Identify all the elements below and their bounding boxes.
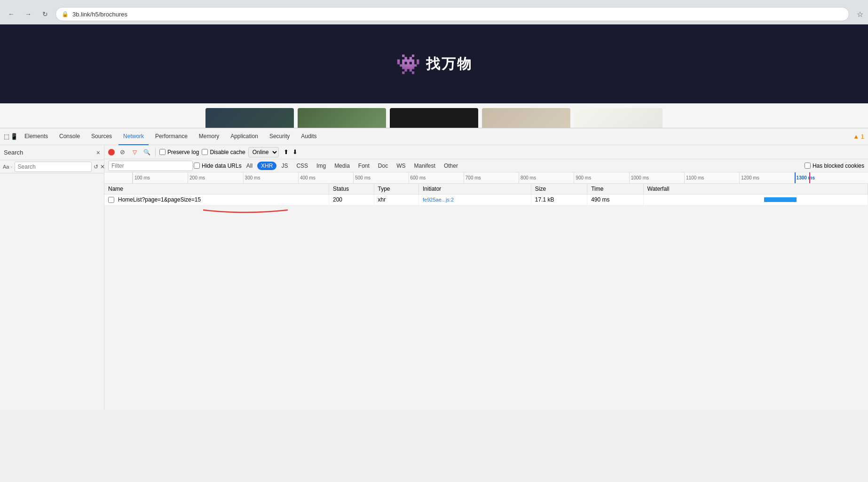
lock-icon: 🔒	[62, 11, 69, 17]
back-button[interactable]: ←	[5, 8, 18, 21]
filter-input[interactable]	[108, 161, 193, 171]
col-type: Type	[374, 184, 419, 194]
network-table: Name Status Type Initiator Size Time Wat…	[104, 184, 868, 205]
annotation-arrow	[201, 206, 868, 218]
tab-sources[interactable]: Sources	[87, 128, 117, 145]
address-bar[interactable]: 🔒 3b.link/h5/brochures	[55, 7, 849, 21]
refresh-icon[interactable]: ↺	[94, 163, 98, 170]
search-input[interactable]	[15, 162, 92, 172]
search-header: Search ×	[0, 145, 104, 160]
filter-media[interactable]: Media	[331, 162, 354, 170]
preserve-log-text: Preserve log	[167, 149, 199, 155]
network-toolbar: ⊘ ▽ 🔍 Preserve log Disable cache Online …	[104, 145, 868, 159]
webpage-header: 👾 找万物	[0, 24, 868, 103]
preserve-log-label[interactable]: Preserve log	[159, 149, 199, 155]
tab-audits[interactable]: Audits	[296, 128, 321, 145]
left-panel: Search × Aa · ↺ ✕	[0, 145, 104, 410]
cell-initiator: fe925ae...js:2	[419, 194, 531, 205]
separator1	[155, 148, 156, 156]
cell-waterfall	[643, 194, 868, 205]
col-name: Name	[104, 184, 329, 194]
product-card-food[interactable]: 🥫	[390, 108, 478, 128]
logo-text: 找万物	[426, 54, 473, 74]
filter-img[interactable]: Img	[313, 162, 330, 170]
search-input-row: Aa · ↺ ✕	[0, 160, 104, 173]
tab-performance[interactable]: Performance	[150, 128, 192, 145]
disable-cache-checkbox[interactable]	[202, 149, 208, 155]
network-main: ⊘ ▽ 🔍 Preserve log Disable cache Online …	[104, 145, 868, 410]
cell-status: 200	[329, 194, 374, 205]
devtools-body: Search × Aa · ↺ ✕ ⊘ ▽ 🔍	[0, 145, 868, 410]
logo-area: 👾 找万物	[396, 53, 473, 76]
filter-ws[interactable]: WS	[393, 162, 409, 170]
tab-network[interactable]: Network	[118, 128, 149, 145]
hide-data-urls-label[interactable]: Hide data URLs	[194, 163, 242, 169]
cell-name: HomeList?page=1&pageSize=15	[104, 194, 329, 205]
row-name-text: HomeList?page=1&pageSize=15	[118, 196, 201, 203]
warning-badge: ▲ 1	[853, 133, 864, 140]
network-table-container: Name Status Type Initiator Size Time Wat…	[104, 184, 868, 392]
tab-console[interactable]: Console	[55, 128, 85, 145]
tab-elements[interactable]: Elements	[20, 128, 53, 145]
cell-type: xhr	[374, 194, 419, 205]
filter-font[interactable]: Font	[355, 162, 373, 170]
filter-all[interactable]: All	[243, 162, 256, 170]
search-button[interactable]: 🔍	[142, 148, 151, 157]
url-text: 3b.link/h5/brochures	[72, 11, 127, 18]
tab-memory[interactable]: Memory	[194, 128, 224, 145]
devtools-panel: ⬚ 📱 Elements Console Sources Network Per…	[0, 128, 868, 410]
throttle-select[interactable]: Online	[248, 147, 279, 157]
disable-cache-label[interactable]: Disable cache	[202, 149, 245, 155]
disable-cache-text: Disable cache	[210, 149, 245, 155]
browser-chrome: ← → ↻ 🔒 3b.link/h5/brochures ☆	[0, 0, 868, 24]
col-waterfall: Waterfall	[643, 184, 868, 194]
filter-button[interactable]: ▽	[130, 148, 139, 157]
filter-manifest[interactable]: Manifest	[410, 162, 439, 170]
col-status: Status	[329, 184, 374, 194]
blocked-cookies-label[interactable]: Has blocked cookies	[805, 163, 864, 169]
filter-xhr[interactable]: XHR	[257, 162, 276, 170]
bookmark-icon[interactable]: ☆	[857, 10, 863, 19]
filter-js[interactable]: JS	[277, 162, 292, 170]
product-card-teapot[interactable]: 🫖	[205, 108, 294, 128]
blocked-cookies-text: Has blocked cookies	[813, 163, 864, 169]
filter-doc[interactable]: Doc	[374, 162, 392, 170]
preserve-log-checkbox[interactable]	[159, 149, 166, 155]
dot-label: ·	[11, 164, 12, 170]
filter-other[interactable]: Other	[440, 162, 462, 170]
search-close-icon[interactable]: ×	[96, 149, 100, 156]
col-initiator: Initiator	[419, 184, 531, 194]
download-icon[interactable]: ⬇	[292, 148, 298, 155]
record-button[interactable]	[108, 149, 115, 155]
initiator-link[interactable]: fe925ae...js:2	[423, 197, 454, 202]
cell-time: 490 ms	[587, 194, 643, 205]
product-card-mattress[interactable]: 先生，您觉得我们家庭怎么样呢？	[482, 108, 570, 128]
upload-icon[interactable]: ⬆	[284, 148, 289, 155]
col-time: Time	[587, 184, 643, 194]
row-checkbox[interactable]	[108, 197, 114, 203]
hide-data-urls-text: Hide data URLs	[202, 163, 242, 169]
aa-label: Aa	[3, 164, 9, 170]
timeline-bar: 100 ms 200 ms 300 ms 400 ms 500 ms 600 m…	[104, 172, 868, 184]
cell-size: 17.1 kB	[531, 194, 587, 205]
tab-application[interactable]: Application	[226, 128, 263, 145]
tab-security[interactable]: Security	[265, 128, 294, 145]
product-card-gadget[interactable]: 🗑️ 灵敏感应 快速开启	[574, 108, 663, 128]
search-label: Search	[4, 149, 23, 156]
products-area: 🫖 🪴 找万物线上家博会 线上团购 🥫 先生，您觉得我们家庭怎么样呢？	[0, 103, 868, 128]
filter-bar: Hide data URLs All XHR JS CSS Img Media …	[104, 159, 868, 172]
col-size: Size	[531, 184, 587, 194]
reload-button[interactable]: ↻	[39, 8, 52, 21]
blocked-cookies-checkbox[interactable]	[805, 163, 811, 169]
hide-data-urls-checkbox[interactable]	[194, 163, 200, 169]
logo-icon: 👾	[396, 53, 420, 76]
stop-button[interactable]: ⊘	[118, 148, 127, 157]
devtools-icon1[interactable]: ⬚	[4, 133, 9, 140]
filter-css[interactable]: CSS	[292, 162, 312, 170]
product-card-furniture[interactable]: 🪴 找万物线上家博会 线上团购	[298, 108, 386, 128]
forward-button[interactable]: →	[22, 8, 35, 21]
devtools-tabs: ⬚ 📱 Elements Console Sources Network Per…	[0, 128, 868, 145]
devtools-icon2[interactable]: 📱	[10, 133, 18, 140]
table-row[interactable]: HomeList?page=1&pageSize=15 200 xhr fe92…	[104, 194, 868, 205]
